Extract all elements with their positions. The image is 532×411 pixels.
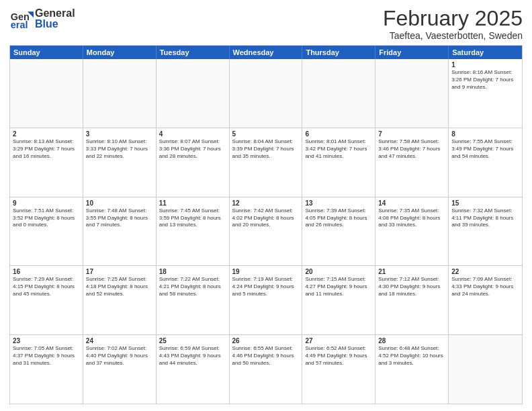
calendar-cell-2-5: 6Sunrise: 8:01 AM Sunset: 3:42 PM Daylig… — [302, 128, 375, 197]
day-number: 7 — [378, 130, 445, 138]
day-number: 11 — [159, 199, 226, 207]
day-info: Sunrise: 6:55 AM Sunset: 4:46 PM Dayligh… — [232, 345, 300, 367]
day-number: 26 — [232, 337, 300, 345]
calendar-cell-2-6: 7Sunrise: 7:58 AM Sunset: 3:46 PM Daylig… — [375, 128, 449, 197]
header: Gen eral General Blue February 2025 Taef… — [9, 7, 523, 41]
day-info: Sunrise: 8:13 AM Sunset: 3:29 PM Dayligh… — [13, 138, 80, 160]
calendar-cell-5-7 — [449, 335, 522, 404]
page: Gen eral General Blue February 2025 Taef… — [0, 0, 532, 411]
day-number: 18 — [159, 268, 226, 275]
calendar-cell-4-4: 19Sunrise: 7:19 AM Sunset: 4:24 PM Dayli… — [230, 266, 303, 334]
calendar-cell-3-4: 12Sunrise: 7:42 AM Sunset: 4:02 PM Dayli… — [230, 197, 303, 266]
calendar-cell-3-1: 9Sunrise: 7:51 AM Sunset: 3:52 PM Daylig… — [10, 197, 83, 266]
calendar-cell-2-7: 8Sunrise: 7:55 AM Sunset: 3:49 PM Daylig… — [449, 128, 522, 197]
calendar-cell-1-3 — [157, 59, 230, 128]
calendar-header: Sunday Monday Tuesday Wednesday Thursday… — [10, 46, 522, 59]
logo-general-text: General — [35, 8, 75, 19]
day-info: Sunrise: 7:29 AM Sunset: 4:15 PM Dayligh… — [13, 276, 80, 298]
calendar-cell-2-1: 2Sunrise: 8:13 AM Sunset: 3:29 PM Daylig… — [10, 128, 83, 197]
header-friday: Friday — [375, 46, 449, 59]
day-number: 10 — [86, 199, 153, 207]
day-number: 23 — [13, 337, 80, 345]
logo: Gen eral General Blue — [9, 7, 75, 31]
logo-icon: Gen eral — [9, 7, 34, 31]
day-number: 12 — [232, 199, 300, 207]
calendar-cell-5-2: 24Sunrise: 7:02 AM Sunset: 4:40 PM Dayli… — [83, 335, 157, 404]
day-number: 6 — [305, 130, 372, 138]
day-info: Sunrise: 7:42 AM Sunset: 4:02 PM Dayligh… — [232, 208, 300, 229]
calendar-row-5: 23Sunrise: 7:05 AM Sunset: 4:37 PM Dayli… — [10, 334, 522, 404]
day-number: 19 — [232, 268, 300, 275]
title-area: February 2025 Taeftea, Vaesterbotten, Sw… — [383, 7, 523, 41]
calendar-cell-3-5: 13Sunrise: 7:39 AM Sunset: 4:05 PM Dayli… — [302, 197, 375, 266]
calendar-row-3: 9Sunrise: 7:51 AM Sunset: 3:52 PM Daylig… — [10, 197, 522, 266]
day-number: 16 — [13, 268, 80, 275]
day-info: Sunrise: 7:15 AM Sunset: 4:27 PM Dayligh… — [305, 276, 372, 298]
day-info: Sunrise: 7:51 AM Sunset: 3:52 PM Dayligh… — [13, 208, 80, 229]
header-monday: Monday — [83, 46, 157, 59]
day-info: Sunrise: 8:01 AM Sunset: 3:42 PM Dayligh… — [305, 138, 372, 160]
day-info: Sunrise: 7:05 AM Sunset: 4:37 PM Dayligh… — [13, 345, 80, 367]
day-info: Sunrise: 6:59 AM Sunset: 4:43 PM Dayligh… — [159, 345, 226, 367]
calendar-cell-4-7: 22Sunrise: 7:09 AM Sunset: 4:33 PM Dayli… — [449, 266, 522, 334]
calendar-cell-3-2: 10Sunrise: 7:48 AM Sunset: 3:55 PM Dayli… — [83, 197, 157, 266]
day-number: 22 — [451, 268, 519, 275]
calendar-cell-1-1 — [10, 59, 83, 128]
day-number: 24 — [86, 337, 153, 345]
header-tuesday: Tuesday — [157, 46, 230, 59]
calendar-cell-1-5 — [302, 59, 375, 128]
day-number: 5 — [232, 130, 300, 138]
day-number: 27 — [305, 337, 372, 345]
calendar-cell-5-3: 25Sunrise: 6:59 AM Sunset: 4:43 PM Dayli… — [157, 335, 230, 404]
day-number: 8 — [451, 130, 519, 138]
calendar-cell-2-2: 3Sunrise: 8:10 AM Sunset: 3:33 PM Daylig… — [83, 128, 157, 197]
calendar-cell-4-1: 16Sunrise: 7:29 AM Sunset: 4:15 PM Dayli… — [10, 266, 83, 334]
day-number: 2 — [13, 130, 80, 138]
day-info: Sunrise: 7:39 AM Sunset: 4:05 PM Dayligh… — [305, 208, 372, 229]
calendar-cell-5-6: 28Sunrise: 6:48 AM Sunset: 4:52 PM Dayli… — [375, 335, 449, 404]
header-wednesday: Wednesday — [230, 46, 303, 59]
day-info: Sunrise: 6:52 AM Sunset: 4:49 PM Dayligh… — [305, 345, 372, 367]
calendar-cell-4-2: 17Sunrise: 7:25 AM Sunset: 4:18 PM Dayli… — [83, 266, 157, 334]
day-number: 20 — [305, 268, 372, 275]
calendar: Sunday Monday Tuesday Wednesday Thursday… — [9, 45, 523, 404]
day-number: 25 — [159, 337, 226, 345]
day-info: Sunrise: 8:16 AM Sunset: 3:26 PM Dayligh… — [451, 69, 519, 91]
day-info: Sunrise: 7:55 AM Sunset: 3:49 PM Dayligh… — [451, 138, 519, 160]
calendar-cell-5-4: 26Sunrise: 6:55 AM Sunset: 4:46 PM Dayli… — [230, 335, 303, 404]
calendar-cell-1-6 — [375, 59, 449, 128]
day-info: Sunrise: 7:12 AM Sunset: 4:30 PM Dayligh… — [378, 276, 445, 298]
calendar-cell-5-1: 23Sunrise: 7:05 AM Sunset: 4:37 PM Dayli… — [10, 335, 83, 404]
day-info: Sunrise: 8:07 AM Sunset: 3:36 PM Dayligh… — [159, 138, 226, 160]
day-number: 3 — [86, 130, 153, 138]
day-info: Sunrise: 7:48 AM Sunset: 3:55 PM Dayligh… — [86, 208, 153, 229]
day-number: 21 — [378, 268, 445, 275]
calendar-cell-2-3: 4Sunrise: 8:07 AM Sunset: 3:36 PM Daylig… — [157, 128, 230, 197]
day-info: Sunrise: 8:10 AM Sunset: 3:33 PM Dayligh… — [86, 138, 153, 160]
calendar-row-1: 1Sunrise: 8:16 AM Sunset: 3:26 PM Daylig… — [10, 59, 522, 128]
calendar-body: 1Sunrise: 8:16 AM Sunset: 3:26 PM Daylig… — [10, 59, 522, 404]
day-info: Sunrise: 7:25 AM Sunset: 4:18 PM Dayligh… — [86, 276, 153, 298]
calendar-cell-3-6: 14Sunrise: 7:35 AM Sunset: 4:08 PM Dayli… — [375, 197, 449, 266]
calendar-title: February 2025 — [383, 7, 523, 30]
day-info: Sunrise: 8:04 AM Sunset: 3:39 PM Dayligh… — [232, 138, 300, 160]
day-info: Sunrise: 7:35 AM Sunset: 4:08 PM Dayligh… — [378, 208, 445, 229]
logo-label: General Blue — [35, 8, 75, 30]
day-info: Sunrise: 7:58 AM Sunset: 3:46 PM Dayligh… — [378, 138, 445, 160]
day-number: 1 — [451, 61, 519, 68]
day-info: Sunrise: 7:32 AM Sunset: 4:11 PM Dayligh… — [451, 208, 519, 229]
day-number: 4 — [159, 130, 226, 138]
day-number: 17 — [86, 268, 153, 275]
day-info: Sunrise: 7:09 AM Sunset: 4:33 PM Dayligh… — [451, 276, 519, 298]
calendar-row-2: 2Sunrise: 8:13 AM Sunset: 3:29 PM Daylig… — [10, 128, 522, 197]
day-number: 15 — [451, 199, 519, 207]
day-number: 14 — [378, 199, 445, 207]
calendar-cell-4-3: 18Sunrise: 7:22 AM Sunset: 4:21 PM Dayli… — [157, 266, 230, 334]
header-saturday: Saturday — [449, 46, 522, 59]
day-info: Sunrise: 6:48 AM Sunset: 4:52 PM Dayligh… — [378, 345, 445, 367]
calendar-cell-4-6: 21Sunrise: 7:12 AM Sunset: 4:30 PM Dayli… — [375, 266, 449, 334]
svg-text:eral: eral — [11, 19, 28, 30]
day-info: Sunrise: 7:19 AM Sunset: 4:24 PM Dayligh… — [232, 276, 300, 298]
day-number: 28 — [378, 337, 445, 345]
day-number: 9 — [13, 199, 80, 207]
